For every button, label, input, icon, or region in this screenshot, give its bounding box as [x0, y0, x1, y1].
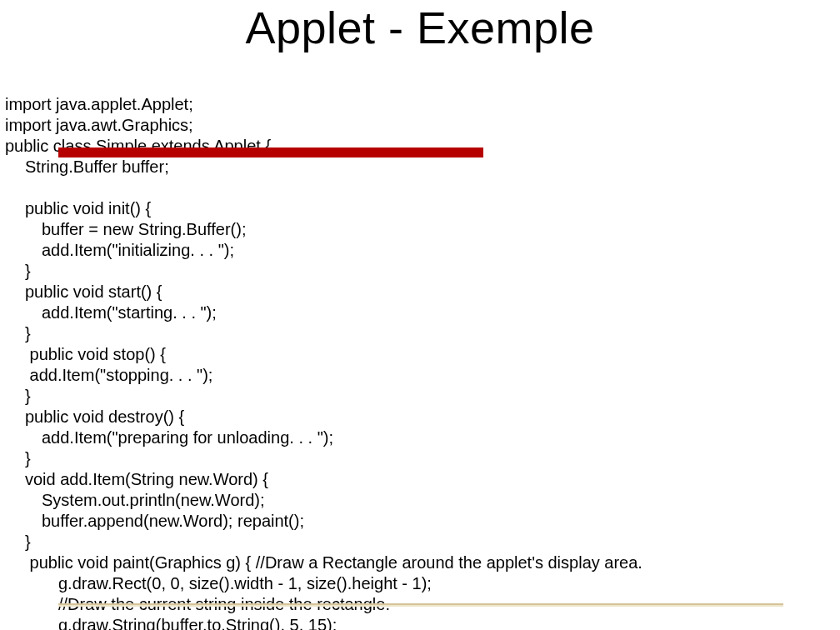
slide-title: Applet - Exemple — [0, 2, 840, 53]
code-line: import java.awt.Graphics; — [5, 116, 193, 134]
code-line: public void start() { — [5, 282, 162, 301]
code-line: } — [5, 324, 31, 342]
code-line: add.Item("preparing for unloading. . . "… — [5, 428, 333, 447]
slide: Applet - Exemple import java.applet.Appl… — [0, 0, 840, 630]
code-line: g.draw.Rect(0, 0, size().width - 1, size… — [5, 574, 432, 592]
code-line: import java.applet.Applet; — [5, 95, 193, 113]
code-line: add.Item("initializing. . . "); — [5, 241, 234, 259]
code-line: } — [5, 449, 31, 468]
code-line: } — [5, 387, 31, 405]
code-line: add.Item("starting. . . "); — [5, 303, 217, 322]
code-line: buffer = new String.Buffer(); — [5, 220, 247, 238]
code-line: public void paint(Graphics g) { //Draw a… — [5, 553, 642, 572]
decorative-bar — [58, 148, 483, 158]
footer-divider — [58, 603, 783, 605]
code-line: public void init() { — [5, 199, 151, 218]
code-line: System.out.println(new.Word); — [5, 491, 265, 509]
code-line: buffer.append(new.Word); repaint(); — [5, 512, 304, 530]
code-line: public void stop() { — [5, 345, 166, 363]
code-line: public void destroy() { — [5, 408, 184, 426]
code-line: g.draw.String(buffer.to.String(), 5, 15)… — [5, 616, 337, 630]
code-line: void add.Item(String new.Word) { — [5, 470, 268, 488]
code-line: } — [5, 532, 31, 551]
code-line: add.Item("stopping. . . "); — [5, 366, 212, 384]
code-line: } — [5, 262, 31, 280]
code-line: String.Buffer buffer; — [5, 158, 169, 176]
